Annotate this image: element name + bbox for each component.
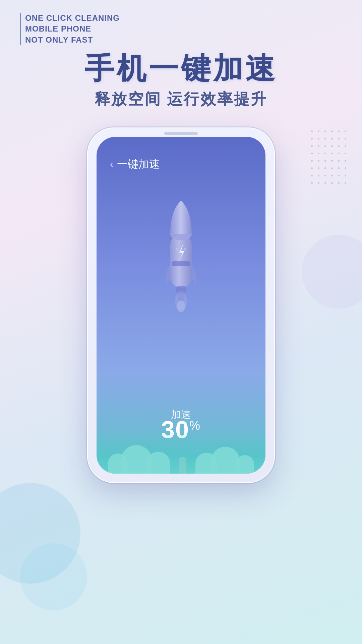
phone-mockup: ‹ 一键加速 — [87, 127, 275, 483]
brand-line-1: ONE CLICK CLEANING — [25, 13, 120, 23]
brand-line-3: NOT ONLY FAST — [25, 35, 120, 45]
cloud-group — [97, 440, 265, 474]
phone-screen: ‹ 一键加速 — [97, 137, 265, 474]
rocket-svg — [144, 191, 218, 318]
svg-rect-4 — [172, 261, 190, 266]
brand-line-2: MOBILE PHONE — [25, 23, 120, 34]
phone-outer-frame: ‹ 一键加速 — [87, 127, 275, 483]
hero-subtitle: 释放空间 运行效率提升 — [0, 89, 362, 110]
dot-grid-top-right: (function(){ const grid = document.query… — [308, 127, 355, 195]
bg-circle-3 — [302, 235, 362, 309]
rocket-illustration — [137, 184, 225, 325]
svg-point-6 — [184, 248, 186, 251]
svg-point-5 — [176, 248, 178, 251]
smoke-cloud — [97, 430, 265, 474]
phone-speaker — [164, 132, 198, 135]
cloud-bubble — [236, 455, 254, 474]
svg-rect-8 — [178, 291, 184, 301]
svg-point-1 — [177, 300, 185, 312]
screen-title: 一键加速 — [117, 157, 160, 172]
back-button[interactable]: ‹ — [110, 159, 113, 170]
screen-header: ‹ 一键加速 — [110, 157, 160, 172]
cloud-bubble — [146, 452, 170, 474]
exhaust-trail — [179, 457, 186, 474]
brand-logo: ONE CLICK CLEANING MOBILE PHONE NOT ONLY… — [20, 13, 120, 45]
bg-circle-2 — [20, 543, 87, 610]
bg-circle-1 — [0, 483, 80, 584]
hero-title: 手机一键加速 — [0, 49, 362, 89]
